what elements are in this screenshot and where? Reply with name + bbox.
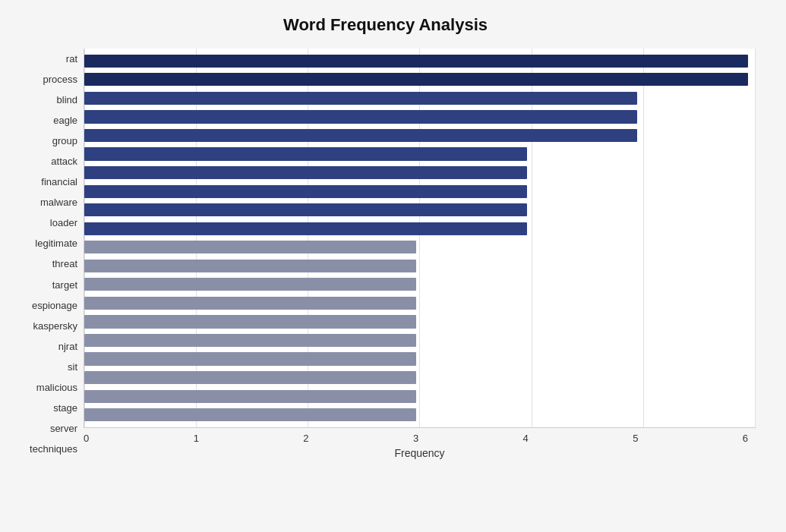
bar-row	[84, 145, 748, 164]
bar-row	[84, 71, 748, 90]
x-tick-label: 3	[413, 433, 418, 444]
bar	[84, 55, 748, 68]
y-axis-label: malicious	[15, 382, 77, 392]
y-axis-label: techniques	[15, 444, 77, 454]
y-axis-label: kaspersky	[15, 321, 77, 331]
bar-row	[84, 294, 748, 313]
bar	[84, 110, 637, 123]
bar	[84, 129, 637, 142]
x-tick-label: 2	[303, 433, 308, 444]
bar-row	[84, 126, 748, 145]
bar	[84, 92, 637, 105]
x-tick-label: 5	[633, 433, 638, 444]
y-axis-label: financial	[15, 177, 77, 187]
y-axis: ratprocessblindeaglegroupattackfinancial…	[15, 49, 84, 459]
bar-row	[84, 275, 748, 294]
grid-line	[755, 49, 756, 427]
y-axis-label: loader	[15, 218, 77, 228]
bar-row	[84, 219, 748, 238]
x-tick-label: 0	[84, 433, 89, 444]
bar-row	[84, 238, 748, 257]
bar-row	[84, 89, 748, 108]
chart-area: ratprocessblindeaglegroupattackfinancial…	[15, 49, 756, 459]
y-axis-label: target	[15, 280, 77, 290]
x-axis-label: Frequency	[84, 447, 756, 459]
bar-row	[84, 200, 748, 219]
y-axis-label: blind	[15, 95, 77, 105]
bar-row	[84, 313, 748, 332]
bar	[84, 147, 527, 160]
bar	[84, 166, 527, 179]
x-tick-label: 1	[194, 433, 199, 444]
bar	[84, 352, 416, 365]
bars-and-xaxis: 0123456 Frequency	[84, 49, 756, 459]
x-tick-label: 6	[743, 433, 748, 444]
bar	[84, 185, 527, 198]
bars-area	[84, 49, 756, 428]
bar-row	[84, 108, 748, 127]
bar	[84, 371, 416, 384]
y-axis-label: rat	[15, 54, 77, 64]
bar	[84, 297, 416, 310]
bar	[84, 73, 748, 86]
bar-row	[84, 350, 748, 369]
y-axis-label: threat	[15, 259, 77, 269]
y-axis-label: espionage	[15, 301, 77, 310]
y-axis-label: legitimate	[15, 238, 77, 248]
bar	[84, 408, 416, 421]
chart-title: Word Frequency Analysis	[15, 15, 756, 35]
y-axis-label: malware	[15, 197, 77, 207]
bar-row	[84, 368, 748, 387]
bar-row	[84, 163, 748, 182]
x-tick-label: 4	[523, 433, 529, 444]
x-axis: 0123456	[84, 428, 756, 444]
bar-row	[84, 257, 748, 275]
bar-row	[84, 387, 748, 406]
y-axis-label: process	[15, 74, 77, 84]
y-axis-label: sit	[15, 362, 77, 372]
bar	[84, 334, 416, 347]
bar	[84, 222, 527, 235]
bar	[84, 278, 416, 291]
bar	[84, 241, 416, 253]
y-axis-label: eagle	[15, 115, 77, 125]
y-axis-label: stage	[15, 403, 77, 413]
bar	[84, 260, 416, 272]
bar-row	[84, 405, 748, 424]
y-axis-label: group	[15, 136, 77, 146]
bar	[84, 203, 527, 216]
bar-row	[84, 331, 748, 350]
bar	[84, 315, 416, 328]
y-axis-label: attack	[15, 156, 77, 166]
bar	[84, 390, 416, 403]
chart-container: Word Frequency Analysis ratprocessblinde…	[0, 0, 786, 532]
bar-row	[84, 52, 748, 71]
y-axis-label: njrat	[15, 342, 77, 351]
y-axis-label: server	[15, 423, 77, 433]
bar-row	[84, 182, 748, 201]
